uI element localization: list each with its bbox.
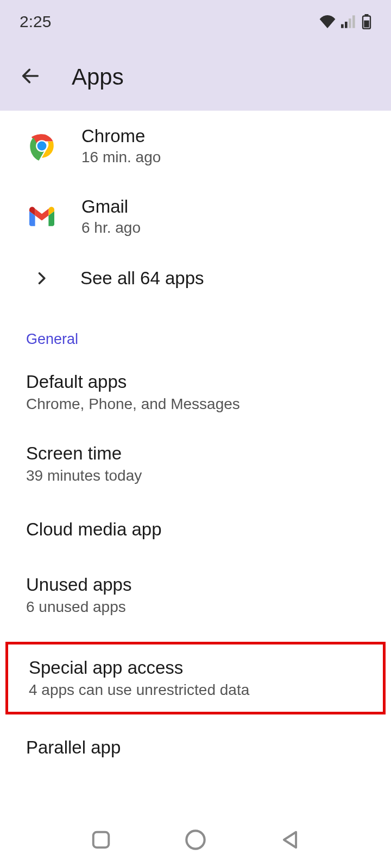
svg-rect-6	[364, 21, 369, 28]
setting-title: Default apps	[26, 372, 365, 392]
setting-parallel-app[interactable]: Parallel app	[0, 714, 391, 773]
gmail-icon	[26, 201, 58, 232]
setting-unused-apps[interactable]: Unused apps 6 unused apps	[0, 559, 391, 631]
nav-recent-button[interactable]	[91, 829, 111, 852]
app-bar: Apps	[0, 43, 391, 111]
setting-default-apps[interactable]: Default apps Chrome, Phone, and Messages	[0, 356, 391, 428]
setting-sub: 4 apps can use unrestricted data	[29, 681, 362, 699]
svg-rect-2	[349, 18, 351, 28]
navigation-bar	[0, 814, 391, 868]
recent-app-chrome[interactable]: Chrome 16 min. ago	[0, 111, 391, 181]
setting-screen-time[interactable]: Screen time 39 minutes today	[0, 428, 391, 500]
see-all-label: See all 64 apps	[80, 268, 204, 289]
svg-point-9	[37, 142, 47, 151]
app-title: Chrome	[81, 126, 365, 146]
recent-app-gmail[interactable]: Gmail 6 hr. ago	[0, 181, 391, 252]
setting-special-app-access[interactable]: Special app access 4 apps can use unrest…	[5, 642, 386, 714]
svg-rect-10	[93, 832, 109, 848]
setting-title: Parallel app	[26, 737, 365, 758]
back-button[interactable]	[20, 65, 41, 89]
status-bar: 2:25	[0, 0, 391, 43]
app-sub: 16 min. ago	[81, 149, 365, 166]
setting-sub: 6 unused apps	[26, 598, 365, 616]
circle-icon	[185, 829, 206, 851]
setting-title: Cloud media app	[26, 519, 365, 540]
nav-back-button[interactable]	[280, 829, 300, 852]
triangle-left-icon	[280, 829, 300, 850]
svg-rect-0	[341, 24, 344, 28]
setting-sub: 39 minutes today	[26, 467, 365, 484]
section-header-general: General	[0, 305, 391, 356]
setting-sub: Chrome, Phone, and Messages	[26, 395, 365, 413]
setting-title: Screen time	[26, 443, 365, 464]
svg-point-11	[186, 831, 204, 848]
app-sub: 6 hr. ago	[81, 219, 365, 237]
status-clock: 2:25	[20, 12, 51, 31]
chevron-right-icon	[34, 271, 49, 286]
svg-rect-3	[352, 15, 355, 28]
nav-home-button[interactable]	[185, 829, 206, 853]
wifi-icon	[319, 15, 336, 28]
square-icon	[91, 829, 111, 850]
svg-rect-1	[345, 22, 348, 28]
status-icons	[319, 14, 371, 29]
setting-title: Special app access	[29, 658, 362, 678]
setting-cloud-media[interactable]: Cloud media app	[0, 500, 391, 559]
signal-icon	[341, 15, 356, 28]
app-title: Gmail	[81, 196, 365, 217]
battery-icon	[362, 14, 371, 29]
chrome-icon	[26, 130, 58, 162]
setting-title: Unused apps	[26, 575, 365, 595]
arrow-left-icon	[20, 65, 41, 87]
see-all-apps[interactable]: See all 64 apps	[0, 252, 391, 305]
page-title: Apps	[72, 64, 124, 90]
